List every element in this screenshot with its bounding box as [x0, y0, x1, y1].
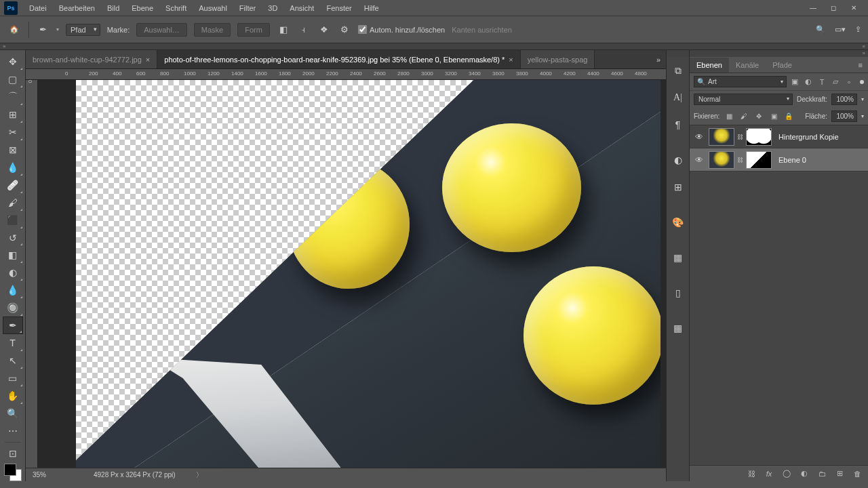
- layer-filter-select[interactable]: 🔍Art: [694, 76, 787, 87]
- history-panel-icon[interactable]: ⧉: [667, 57, 689, 84]
- chevron-down-icon[interactable]: ▾: [861, 96, 864, 102]
- history-brush-tool-icon[interactable]: ↺: [3, 229, 23, 247]
- filter-smart-icon[interactable]: ▫: [844, 77, 854, 87]
- shape-tool-icon[interactable]: ▭: [3, 369, 23, 387]
- gradients-panel-icon[interactable]: ▯: [667, 279, 689, 306]
- tab-ebenen[interactable]: Ebenen: [690, 58, 729, 73]
- blur-tool-icon[interactable]: 💧: [3, 281, 23, 299]
- form-button[interactable]: Form: [237, 23, 270, 37]
- lock-position-icon[interactable]: ✥: [753, 111, 764, 122]
- close-icon[interactable]: ✕: [844, 0, 864, 16]
- workspace-icon[interactable]: ▭▾: [835, 25, 846, 34]
- layer-name[interactable]: Hintergrund Kopie: [778, 133, 839, 141]
- filter-type-icon[interactable]: T: [816, 77, 827, 87]
- swatches-panel-icon[interactable]: ▦: [667, 244, 689, 271]
- tab-1-close-icon[interactable]: ×: [146, 56, 150, 64]
- lock-paint-icon[interactable]: 🖌: [738, 111, 749, 122]
- menu-ansicht[interactable]: Ansicht: [283, 1, 320, 15]
- menu-fenster[interactable]: Fenster: [320, 1, 357, 15]
- filter-toggle-icon[interactable]: [860, 80, 864, 84]
- group-icon[interactable]: 🗀: [816, 470, 827, 478]
- menu-hilfe[interactable]: Hilfe: [358, 1, 385, 15]
- canvas[interactable]: [38, 80, 666, 468]
- chevron-down-icon[interactable]: ▾: [56, 26, 59, 33]
- minimize-icon[interactable]: —: [803, 0, 823, 16]
- gear-icon[interactable]: ⚙: [338, 23, 351, 37]
- path-op1-icon[interactable]: ◧: [277, 23, 290, 37]
- healing-tool-icon[interactable]: 🩹: [3, 176, 23, 194]
- menu-auswahl[interactable]: Auswahl: [193, 1, 233, 15]
- maximize-icon[interactable]: ◻: [823, 0, 844, 16]
- link-layers-icon[interactable]: ⛓: [746, 470, 757, 478]
- opacity-input[interactable]: 100%: [831, 94, 857, 105]
- link-icon[interactable]: ⛓: [737, 134, 743, 140]
- path-align-icon[interactable]: ⫞: [297, 23, 311, 37]
- dodge-tool-icon[interactable]: 🔘: [3, 299, 23, 317]
- layer-row[interactable]: 👁 ⛓ Ebene 0: [690, 148, 868, 171]
- layer-row[interactable]: 👁 ⛓ Hintergrund Kopie: [690, 125, 868, 148]
- character-panel-icon[interactable]: A|: [667, 84, 689, 111]
- color-swatch[interactable]: [4, 464, 22, 481]
- eraser-tool-icon[interactable]: ◧: [3, 246, 23, 264]
- panel-menu-icon[interactable]: ≡: [853, 61, 868, 69]
- tab-kanaele[interactable]: Kanäle: [729, 58, 766, 73]
- brush-tool-icon[interactable]: 🖌: [3, 194, 23, 211]
- hand-tool-icon[interactable]: ✋: [3, 387, 23, 405]
- tab-3[interactable]: yellow-pasta-spag: [521, 50, 595, 68]
- new-layer-icon[interactable]: ⊞: [834, 469, 845, 478]
- lasso-tool-icon[interactable]: ⌒: [3, 88, 23, 106]
- zoom-level[interactable]: 35%: [33, 471, 73, 479]
- menu-schrift[interactable]: Schrift: [159, 1, 193, 15]
- eyedropper-tool-icon[interactable]: 💧: [3, 159, 23, 176]
- auto-add-checkbox[interactable]: Autom. hinzuf./löschen: [358, 25, 445, 34]
- layer-thumbnail[interactable]: [709, 128, 734, 146]
- color-panel-icon[interactable]: 🎨: [667, 209, 689, 236]
- marquee-tool-icon[interactable]: ▢: [3, 70, 23, 88]
- tab-2-close-icon[interactable]: ×: [509, 56, 513, 64]
- maske-button[interactable]: Maske: [194, 23, 231, 37]
- menu-ebene[interactable]: Ebene: [125, 1, 159, 15]
- auswahl-button[interactable]: Auswahl…: [136, 23, 187, 37]
- mode-select[interactable]: Pfad: [66, 24, 100, 36]
- quick-select-tool-icon[interactable]: ⊞: [3, 106, 23, 123]
- link-icon[interactable]: ⛓: [737, 157, 743, 163]
- more-tools-icon[interactable]: ⋯: [3, 422, 23, 440]
- layer-thumbnail[interactable]: [709, 151, 734, 169]
- layer-mask-thumbnail[interactable]: [746, 151, 772, 169]
- pen-tool-icon[interactable]: ✒: [36, 23, 50, 37]
- lock-all-icon[interactable]: 🔒: [783, 111, 794, 122]
- blend-mode-select[interactable]: Normal: [694, 94, 793, 105]
- libraries-panel-icon[interactable]: ⊞: [667, 174, 689, 201]
- tab-2[interactable]: photo-of-three-lemons-on-chopping-board-…: [157, 50, 520, 68]
- menu-3d[interactable]: 3D: [262, 1, 283, 15]
- zoom-tool-icon[interactable]: 🔍: [3, 405, 23, 422]
- tab-pfade[interactable]: Pfade: [766, 58, 799, 73]
- status-chevron-icon[interactable]: 〉: [196, 470, 203, 480]
- stamp-tool-icon[interactable]: ⬛: [3, 211, 23, 229]
- filter-shape-icon[interactable]: ▱: [830, 77, 841, 87]
- chevron-down-icon[interactable]: ▾: [861, 113, 864, 119]
- expand-left-icon[interactable]: »: [0, 43, 8, 49]
- patterns-panel-icon[interactable]: ▦: [667, 314, 689, 342]
- search-icon[interactable]: 🔍: [816, 25, 825, 34]
- paragraph-panel-icon[interactable]: ¶: [667, 111, 689, 138]
- fill-input[interactable]: 100%: [831, 110, 857, 122]
- share-icon[interactable]: ⇪: [855, 25, 861, 34]
- layer-fx-icon[interactable]: fx: [764, 470, 774, 478]
- frame-tool-icon[interactable]: ⊠: [3, 141, 23, 159]
- adjustments-panel-icon[interactable]: ◐: [667, 146, 689, 174]
- visibility-icon[interactable]: 👁: [692, 155, 706, 165]
- lock-artboard-icon[interactable]: ▣: [768, 111, 779, 122]
- type-tool-icon[interactable]: T: [3, 334, 23, 352]
- edit-toolbar-icon[interactable]: ⊡: [3, 445, 23, 462]
- menu-filter[interactable]: Filter: [233, 1, 262, 15]
- tabs-overflow-icon[interactable]: »: [651, 50, 666, 68]
- gradient-tool-icon[interactable]: ◐: [3, 264, 23, 281]
- collapse-panel-icon[interactable]: »: [863, 50, 868, 57]
- layer-name[interactable]: Ebene 0: [778, 156, 806, 164]
- expand-right-icon[interactable]: «: [860, 43, 868, 49]
- move-tool-icon[interactable]: ✥: [3, 53, 23, 70]
- adjustment-layer-icon[interactable]: ◐: [799, 469, 810, 478]
- home-icon[interactable]: 🏠: [7, 22, 22, 37]
- lock-pixels-icon[interactable]: ▦: [724, 111, 734, 122]
